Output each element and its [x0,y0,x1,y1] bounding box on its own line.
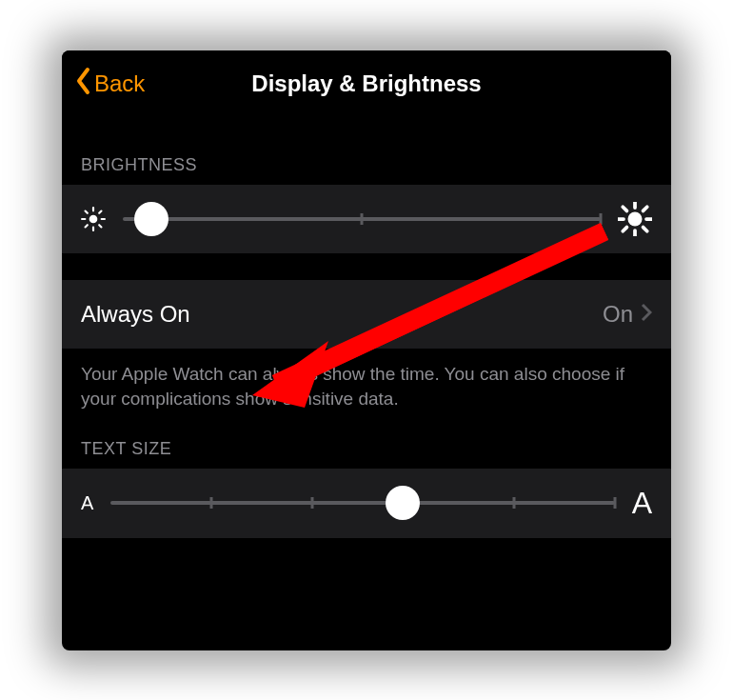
always-on-label: Always On [81,301,603,328]
text-size-panel: A A [62,469,671,538]
svg-line-16 [623,227,626,230]
sun-large-icon [618,202,652,236]
back-button[interactable]: Back [75,67,145,101]
slider-tick [613,497,616,509]
slider-tick [311,497,314,509]
brightness-slider[interactable] [123,202,601,236]
svg-line-17 [644,207,647,210]
svg-line-15 [644,227,647,230]
sun-small-icon [81,207,106,231]
always-on-footer: Your Apple Watch can always show the tim… [62,349,671,412]
always-on-row[interactable]: Always On On [62,280,671,349]
slider-tick [210,497,213,509]
brightness-thumb[interactable] [134,202,168,236]
back-label: Back [94,70,145,97]
brightness-header: BRIGHTNESS [62,117,671,185]
nav-bar: Back Display & Brightness [62,50,671,117]
brightness-panel [62,185,671,253]
svg-line-5 [86,210,88,212]
svg-line-6 [99,225,101,227]
svg-point-0 [89,214,98,223]
slider-tick [361,213,364,225]
text-size-header: TEXT SIZE [62,412,671,469]
page-title: Display & Brightness [251,70,481,97]
svg-line-8 [99,210,101,212]
slider-track [110,501,614,505]
text-large-icon: A [632,486,652,521]
chevron-left-icon [75,67,92,101]
chevron-right-icon [641,303,652,326]
text-small-icon: A [81,492,93,514]
slider-tick [600,213,603,225]
svg-line-14 [623,207,626,210]
text-size-slider[interactable] [110,486,614,520]
always-on-value: On [603,301,633,328]
slider-tick [512,497,515,509]
text-size-thumb[interactable] [386,486,420,520]
settings-screen: Back Display & Brightness BRIGHTNESS Alw… [62,50,671,650]
svg-point-9 [628,211,643,226]
svg-line-7 [86,225,88,227]
